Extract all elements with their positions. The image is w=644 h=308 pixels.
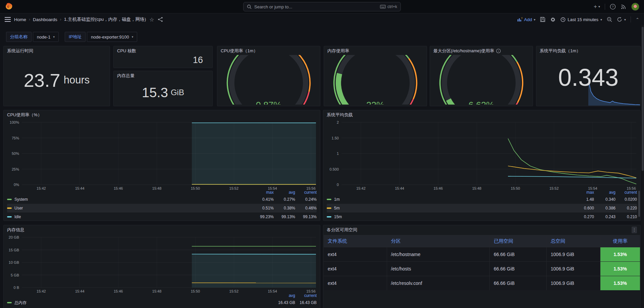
legend-value: 99.13% <box>274 214 295 219</box>
legend-series-name[interactable]: System <box>7 197 252 202</box>
legend-row[interactable]: 15m0.2700.2430.210 <box>327 212 637 221</box>
table-cell: 1006.9 GiB <box>547 247 600 261</box>
legend-series-name[interactable]: 5m <box>327 206 573 210</box>
page-scrollbar[interactable] <box>641 25 644 308</box>
panel-title[interactable]: 内存使用率 <box>324 46 427 56</box>
legend-row[interactable]: 5m0.6000.3860.220 <box>327 204 637 212</box>
cpu-usage-chart[interactable]: 0%25%50%75%100%15:4215:4415:4615:4815:50… <box>6 120 317 191</box>
legend-header: avgcurrent <box>7 293 317 298</box>
favorite-star-icon[interactable]: ☆ <box>149 16 154 23</box>
breadcrumb-separator: › <box>29 17 30 22</box>
legend-column-current[interactable]: current <box>615 190 637 195</box>
panel-title[interactable]: CPU使用率（1m） <box>217 46 320 56</box>
table-cell: 1006.9 GiB <box>547 262 600 276</box>
legend-series-name[interactable]: 总内存 <box>7 300 274 306</box>
panel-title[interactable]: 内存信息 <box>4 225 320 235</box>
legend-column-current[interactable]: current <box>295 293 317 298</box>
variable-value-dropdown[interactable]: node-exporter:9100▾ <box>87 32 137 42</box>
legend-series-name[interactable]: 15m <box>327 214 573 219</box>
refresh-icon <box>617 17 622 22</box>
dashboard-variables: 分组名称node-1▾IP地址node-exporter:9100▾ <box>6 32 137 42</box>
menu-icon[interactable] <box>5 17 11 22</box>
panel-title[interactable]: 系统平均负载（1m） <box>536 46 640 56</box>
legend-column-max[interactable]: max <box>252 190 274 195</box>
usage-badge: 1.53% <box>600 247 640 261</box>
collapse-topbar-icon[interactable]: ⌃ <box>636 17 639 22</box>
panel-title[interactable]: 系统平均负载 <box>323 110 640 120</box>
variable-value-dropdown[interactable]: node-1▾ <box>33 32 59 42</box>
info-icon[interactable]: i <box>496 49 501 53</box>
mem-total-value: 15.3 GiB <box>114 79 212 106</box>
legend-column-avg[interactable]: avg <box>274 190 295 195</box>
breadcrumb-item: 1.主机基础监控(cpu，内存，磁盘，网络) <box>64 16 146 22</box>
zoom-out-icon[interactable] <box>607 17 612 22</box>
settings-gear-icon[interactable] <box>550 17 556 22</box>
legend-row[interactable]: System0.41%0.27%0.24% <box>7 195 317 204</box>
new-item-button[interactable]: + ▾ <box>594 3 600 10</box>
table-cell: /etc/hostname <box>387 247 490 261</box>
time-range-picker[interactable]: Last 15 minutes▾ <box>560 17 602 22</box>
panel-menu-icon[interactable]: ⋮ <box>632 227 637 233</box>
share-icon[interactable] <box>158 17 163 22</box>
breadcrumb-item[interactable]: Dashboards <box>33 17 57 22</box>
table-column-header[interactable]: 使用率 <box>600 235 640 247</box>
legend-column-current[interactable]: current <box>295 190 317 195</box>
news-rss-icon[interactable] <box>621 4 627 10</box>
variable-label: 分组名称 <box>6 32 32 42</box>
panel-gauge-cpu: CPU使用率（1m） 0.87% <box>217 46 320 106</box>
series-color-chip <box>7 216 12 218</box>
svg-text:6.62%: 6.62% <box>469 100 494 105</box>
panel-title[interactable]: CPU使用率（%） <box>4 110 320 120</box>
clock-icon <box>560 17 566 22</box>
legend-series-name[interactable]: 1m <box>327 197 573 202</box>
table-column-header[interactable]: 总空间 <box>547 235 600 247</box>
table-cell: ext4 <box>324 247 387 261</box>
legend-series-name[interactable]: Idle <box>7 214 252 219</box>
legend-value: 0.270 <box>573 214 594 219</box>
table-column-header[interactable]: 文件系统 <box>324 235 387 247</box>
uptime-value: 23.7 hours <box>4 54 110 106</box>
cpu-usage-gauge: 0.87% <box>217 55 320 105</box>
cpu-chart-legend: maxavgcurrentSystem0.41%0.27%0.24%User0.… <box>7 190 317 221</box>
svg-text:15 GB: 15 GB <box>9 248 19 252</box>
svg-text:0.87%: 0.87% <box>256 100 282 105</box>
legend-series-name[interactable]: User <box>7 206 252 210</box>
table-header-row: 文件系统分区已用空间总空间使用率 <box>324 235 640 247</box>
divider <box>605 4 605 10</box>
legend-value: 16.43 GB <box>295 300 317 305</box>
breadcrumb-separator: › <box>60 17 61 22</box>
svg-text:1.50: 1.50 <box>332 136 339 140</box>
grafana-logo[interactable] <box>5 2 13 11</box>
memory-chart-legend: avgcurrent总内存16.43 GB16.43 GB <box>7 293 317 307</box>
breadcrumb-item[interactable]: Home <box>14 17 26 22</box>
legend-row[interactable]: User0.51%0.38%0.46% <box>7 204 317 212</box>
partition-table: 文件系统分区已用空间总空间使用率ext4/etc/hostname66.66 G… <box>324 235 640 290</box>
add-panel-button[interactable]: + Add▾ <box>517 17 535 22</box>
legend-column-max[interactable]: max <box>573 190 594 195</box>
panel-title[interactable]: 最大分区(/etc/hostname)使用率 i <box>430 46 533 56</box>
series-color-chip <box>7 302 12 303</box>
search-input[interactable]: Search or jump to... ctrl+k <box>243 2 401 11</box>
legend-value: 0.51% <box>252 206 274 210</box>
panel-title[interactable]: 各分区可用空间 ⋮ <box>323 225 640 235</box>
legend-row[interactable]: Idle99.23%99.13%99.13% <box>7 212 317 221</box>
legend-scrollbar[interactable] <box>638 191 640 217</box>
refresh-button[interactable]: ▾ <box>617 17 626 22</box>
table-column-header[interactable]: 分区 <box>387 235 490 247</box>
grafana-dashboard: Search or jump to... ctrl+k + ▾ ? Home›D… <box>0 0 644 308</box>
legend-column-avg[interactable]: avg <box>274 293 295 298</box>
save-icon[interactable] <box>540 17 545 22</box>
table-cell: 1006.9 GiB <box>547 276 600 290</box>
help-icon[interactable]: ? <box>610 4 616 10</box>
load-chart-legend: maxavgcurrent1m1.480.3400.02005m0.6000.3… <box>327 190 637 221</box>
legend-row[interactable]: 总内存16.43 GB16.43 GB <box>7 298 317 307</box>
legend-row[interactable]: 1m1.480.3400.0200 <box>327 195 637 204</box>
svg-text:0%: 0% <box>14 183 19 187</box>
user-avatar[interactable] <box>631 3 639 11</box>
memory-info-chart[interactable]: 0 B5 GB10 GB15 GB20 GB15:4215:4415:4615:… <box>6 235 317 294</box>
legend-column-avg[interactable]: avg <box>594 190 615 195</box>
panel-gauge-disk: 最大分区(/etc/hostname)使用率 i 6.62% <box>430 46 533 106</box>
table-column-header[interactable]: 已用空间 <box>490 235 547 247</box>
keyboard-icon <box>380 5 386 9</box>
load-average-chart[interactable]: 00.50011.50215:4215:4415:4615:4815:5015:… <box>326 120 638 191</box>
